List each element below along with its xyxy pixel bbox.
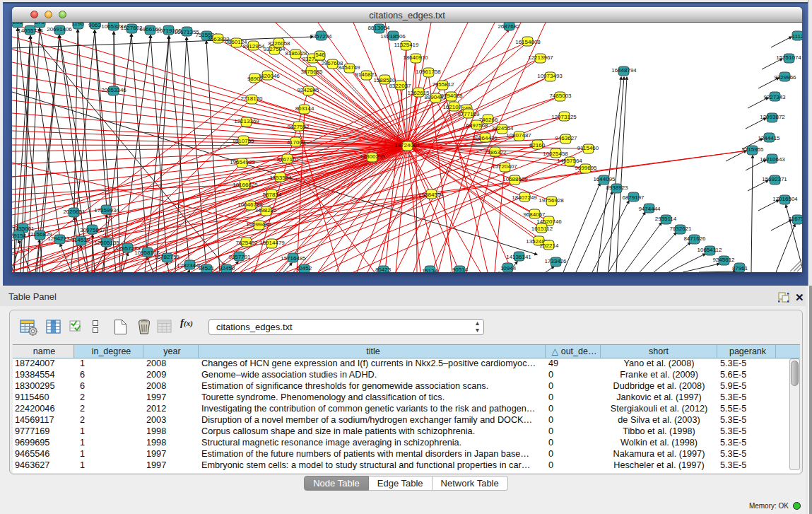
svg-text:20364436: 20364436 — [472, 135, 498, 141]
svg-text:18724007: 18724007 — [394, 142, 420, 148]
svg-text:10973493: 10973493 — [537, 73, 563, 79]
svg-text:7955812: 7955812 — [432, 81, 454, 88]
svg-text:9063: 9063 — [88, 23, 101, 28]
svg-text:39154: 39154 — [12, 233, 27, 239]
svg-text:2935114: 2935114 — [655, 216, 677, 222]
svg-text:116753: 116753 — [789, 216, 802, 222]
svg-text:90514: 90514 — [452, 267, 469, 272]
svg-text:3875685: 3875685 — [300, 69, 323, 75]
svg-text:20691406: 20691406 — [47, 26, 72, 33]
svg-text:2687682: 2687682 — [498, 23, 520, 30]
svg-text:15720407: 15720407 — [492, 163, 517, 170]
svg-text:11325419: 11325419 — [394, 42, 420, 48]
svg-text:9242845: 9242845 — [297, 87, 319, 93]
svg-text:30975867: 30975867 — [80, 227, 105, 233]
svg-text:16448794: 16448794 — [611, 67, 637, 74]
svg-text:9474444: 9474444 — [638, 206, 661, 212]
svg-text:9794028: 9794028 — [440, 93, 463, 99]
svg-text:16210643: 16210643 — [760, 156, 785, 163]
svg-text:8471626: 8471626 — [683, 235, 706, 242]
svg-text:14055714: 14055714 — [18, 28, 43, 34]
svg-text:546: 546 — [315, 52, 325, 58]
svg-text:7485003: 7485003 — [549, 93, 572, 99]
svg-text:9227343: 9227343 — [763, 94, 786, 100]
svg-text:12213369: 12213369 — [234, 118, 259, 124]
svg-text:10452: 10452 — [296, 265, 312, 271]
svg-text:10688609: 10688609 — [502, 176, 528, 182]
svg-text:114519: 114519 — [71, 237, 90, 243]
svg-text:62160: 62160 — [529, 142, 546, 148]
svg-text:16914479: 16914479 — [259, 240, 285, 246]
svg-text:19756928: 19756928 — [539, 197, 564, 204]
svg-text:17016504: 17016504 — [772, 196, 798, 202]
svg-text:98901: 98901 — [247, 76, 264, 82]
svg-text:2718170: 2718170 — [240, 95, 263, 102]
svg-text:1195: 1195 — [71, 23, 84, 27]
svg-text:9329966: 9329966 — [774, 74, 796, 81]
svg-text:18300295: 18300295 — [360, 153, 385, 160]
svg-text:19654983: 19654983 — [230, 159, 255, 165]
svg-text:1644095: 1644095 — [593, 176, 616, 182]
svg-text:8267110: 8267110 — [277, 156, 299, 163]
svg-text:12973125: 12973125 — [551, 114, 577, 120]
svg-text:15751074: 15751074 — [776, 54, 801, 61]
svg-text:8938923: 8938923 — [606, 185, 628, 191]
svg-text:10654112: 10654112 — [698, 247, 723, 253]
svg-text:803144: 803144 — [295, 105, 314, 112]
svg-text:1244415: 1244415 — [758, 135, 780, 141]
svg-text:8322037: 8322037 — [389, 83, 411, 89]
svg-text:1112: 1112 — [792, 33, 802, 40]
svg-text:84521: 84521 — [199, 265, 215, 271]
svg-text:9777169: 9777169 — [457, 111, 480, 117]
svg-text:15692371: 15692371 — [762, 176, 787, 182]
svg-text:8226058: 8226058 — [268, 40, 290, 47]
svg-text:12942737: 12942737 — [47, 235, 73, 242]
svg-text:10807487: 10807487 — [506, 132, 531, 139]
svg-text:3824554: 3824554 — [491, 125, 514, 132]
svg-text:2020651: 2020651 — [63, 209, 86, 215]
svg-text:15716485: 15716485 — [281, 255, 306, 262]
svg-text:17359934: 17359934 — [94, 207, 119, 214]
svg-text:18640910: 18640910 — [403, 54, 428, 61]
svg-text:92450: 92450 — [219, 265, 235, 271]
svg-text:19218506: 19218506 — [380, 33, 406, 40]
svg-text:1615112: 1615112 — [531, 226, 553, 232]
svg-text:9699695: 9699695 — [575, 165, 597, 171]
svg-text:6879197: 6879197 — [622, 194, 645, 201]
svg-text:7357234: 7357234 — [310, 33, 332, 40]
svg-text:9684067: 9684067 — [523, 211, 546, 218]
svg-text:16099489: 16099489 — [246, 221, 271, 228]
svg-text:587834: 587834 — [263, 192, 282, 198]
svg-text:9857791: 9857791 — [228, 254, 251, 260]
svg-text:205: 205 — [13, 23, 23, 25]
svg-text:16782759: 16782759 — [154, 254, 180, 260]
svg-text:18407249: 18407249 — [512, 194, 537, 201]
svg-text:9427552: 9427552 — [287, 124, 310, 130]
svg-text:9463627: 9463627 — [555, 135, 577, 141]
svg-text:1810755: 1810755 — [232, 138, 254, 144]
svg-text:80423: 80423 — [375, 267, 392, 272]
svg-text:14957564: 14957564 — [557, 158, 582, 164]
svg-text:3498222: 3498222 — [254, 207, 277, 214]
svg-text:7632621: 7632621 — [669, 226, 692, 232]
svg-text:14136141: 14136141 — [506, 254, 531, 260]
svg-text:8813054: 8813054 — [367, 25, 390, 31]
svg-text:7386322: 7386322 — [484, 149, 507, 156]
svg-text:12093872: 12093872 — [760, 114, 785, 120]
svg-text:15134: 15134 — [422, 268, 438, 272]
svg-text:9245612: 9245612 — [712, 257, 735, 263]
svg-text:1353594: 1353594 — [269, 175, 292, 181]
svg-text:6497568: 6497568 — [466, 122, 488, 129]
svg-text:19166825: 19166825 — [233, 182, 258, 188]
svg-text:87961: 87961 — [732, 265, 748, 271]
svg-text:1733426: 1733426 — [544, 258, 567, 264]
svg-text:12213967: 12213967 — [528, 54, 553, 61]
svg-text:10025458: 10025458 — [543, 151, 568, 157]
svg-text:19384554: 19384554 — [418, 192, 444, 198]
svg-text:8454749: 8454749 — [338, 64, 360, 71]
svg-text:10961758: 10961758 — [416, 69, 441, 75]
svg-text:417004: 417004 — [287, 139, 306, 146]
svg-text:9115460: 9115460 — [577, 145, 599, 151]
svg-text:252214: 252214 — [540, 243, 559, 249]
svg-text:10944: 10944 — [500, 265, 517, 271]
